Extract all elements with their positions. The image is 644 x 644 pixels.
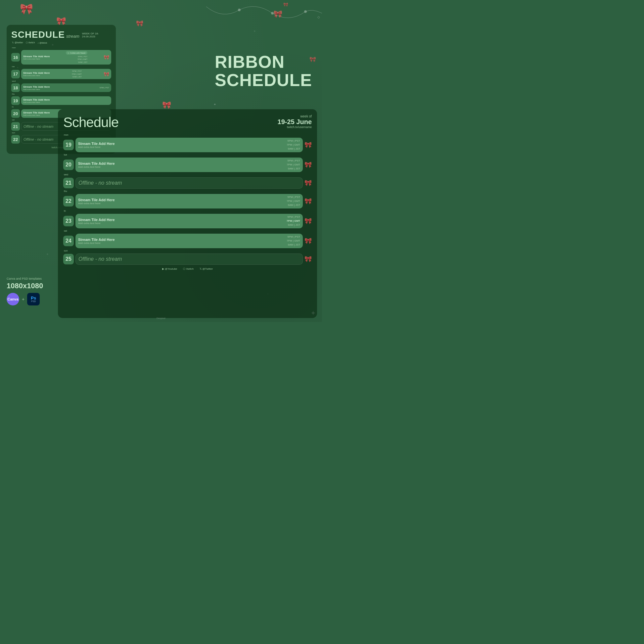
left-row-title-18: Stream Tile Add Here [23,85,50,88]
tool-badges: Canva + Ps PSD [7,293,60,305]
main-day-num-21: 21 [63,178,74,188]
left-row-info-18: Stream Tile Add Here Add extra text here [23,85,50,90]
main-schedule-panel: Schedule week of 19-25 June twitch.tv/us… [58,109,317,318]
main-row-content-23: Stream Tile Add Here Add extra text here… [75,214,303,228]
left-row-times-16: 5PM | PST7PM | GMT9AM | JST [77,55,88,64]
main-offline-21: Offline - no stream [78,180,122,186]
main-day-num-25: 25 [63,254,74,264]
social-twitch: ⬡ /twitch [26,41,35,44]
main-row-22: 22 Stream Tile Add Here Add extra text h… [63,194,312,208]
left-row-16: 16 Stream Tile Add Here Add extra text h… [11,50,111,65]
main-bow-23: 🎀 [304,217,312,225]
svg-point-1 [271,12,274,15]
sparkle-4: ✧ [46,253,49,256]
footer-twitch: ⬡ /twitch [183,267,194,270]
left-row-19: 19 Stream Tile Add Here Add extra text h… [11,96,111,105]
social-twitter: 𝕏 @twitter [12,41,23,44]
left-day-num-18: 18 [11,83,20,92]
main-row-sub-22: Add extra text here [78,202,115,205]
left-title-schedule: SCHEDULE [11,30,65,39]
left-day-num-19: 19 [11,96,20,105]
main-row-text-19: Stream Tile Add Here Add extra text here [78,142,115,149]
main-row-title-19: Stream Tile Add Here [78,142,115,146]
main-row-times-22: 5PM | PST7PM | GMT9AM | JST [287,195,300,207]
canva-psd-label: Canva and PSD templates [7,277,60,280]
left-row-title-16: Stream Tile Add Here [23,55,50,58]
left-week-label: WEEK OF 18-24.09.2023 [82,32,111,38]
main-day-num-23: 23 [63,216,74,226]
main-week-of-label: week of [278,115,312,118]
left-row-title-17: Stream Tile Add Here [23,71,50,74]
left-row-sub-19: Add extra text here [23,101,50,103]
left-offline-21: Offline - no stream [23,124,53,128]
main-row-content-20: Stream Tile Add Here Add extra text here… [75,158,303,172]
main-row-text-24: Stream Tile Add Here Add extra text here [78,238,115,245]
main-row-sub-23: Add extra text here [78,222,115,225]
collab-badge-16: ▷ Collab with Natali [66,51,87,55]
bottom-left-info: Canva and PSD templates 1080x1080 Canva … [7,277,60,305]
main-title-schedule: Schedule [63,115,118,130]
footer-twitter: 𝕏 @Twitter [200,267,213,270]
left-row-content-19: Stream Tile Add Here Add extra text here [21,96,111,105]
main-dates: 19-25 June [278,118,312,125]
sparkle-5: ✦ [213,103,216,106]
main-row-title-20: Stream Tile Add Here [78,161,115,165]
main-row-content-22: Stream Tile Add Here Add extra text here… [75,194,303,208]
main-row-text-23: Stream Tile Add Here Add extra text here [78,218,115,225]
left-panel-header: SCHEDULE stream WEEK OF 18-24.09.2023 [11,30,111,39]
left-day-label-fri: fri [12,106,111,108]
left-day-label-tue: tue [12,66,111,68]
main-day-label-wed: wed [64,173,312,176]
main-panel-footer: ▶ @Youtube ⬡ /twitch 𝕏 @Twitter [63,267,312,270]
ribbon-title-line1: RIBBON [215,53,312,71]
social-tiktok: ♪ @tiktok [38,41,47,44]
main-day-num-22: 22 [63,196,74,207]
svg-point-2 [304,10,307,13]
main-week-info: week of 19-25 June twitch.tv/username [278,115,312,129]
main-row-content-24: Stream Tile Add Here Add extra text here… [75,234,303,248]
main-row-sub-19: Add extra text here [78,146,115,149]
bow-row-16: 🎀 [104,55,109,60]
main-offline-25: Offline - no stream [78,256,122,262]
bow-top-center: 🎀 [56,17,66,26]
left-row-sub-20: Add extra text here [23,114,50,116]
left-day-label-mon: mon [12,47,111,49]
main-row-title-23: Stream Tile Add Here [78,218,115,222]
main-row-content-25-offline: Offline - no stream [75,253,303,265]
bow-main-title: 🎀 [162,101,171,110]
svg-point-0 [238,9,241,11]
main-row-19: 19 Stream Tile Add Here Add extra text h… [63,138,312,152]
main-day-label-thu: thu [64,190,312,192]
left-day-label-wed: wed [12,80,111,82]
main-row-times-23: 5PM | PST7PM | GMT9AM | JST [287,215,300,227]
left-row-info-17: Stream Tile Add Here Add extra text here [23,71,50,76]
main-row-text-20: Stream Tile Add Here Add extra text here [78,161,115,168]
left-row-sub-17: Add extra text here [23,74,50,76]
left-social-links: 𝕏 @twitter ⬡ /twitch ♪ @tiktok [12,41,111,44]
left-row-sub-18: Add extra text here [23,88,50,90]
main-bow-21: 🎀 [304,179,312,187]
main-bow-24: 🎀 [304,237,312,245]
left-row-info-20: Stream Tile Add Here Add extra text here [23,111,50,116]
left-day-num-21: 21 [11,122,20,131]
main-row-content-21-offline: Offline - no stream [75,177,303,189]
main-bow-25: 🎀 [304,255,312,263]
main-row-21: 21 Offline - no stream 🎀 [63,177,312,189]
ribbon-title-block: RIBBON SCHEDULE [215,53,312,89]
main-day-num-19: 19 [63,140,74,150]
left-row-times-17: 5PM | PST7PM | GMT9AM | JST [71,70,82,78]
main-schedule-rows: mon 19 Stream Tile Add Here Add extra te… [63,134,312,265]
main-row-sub-20: Add extra text here [78,165,115,168]
left-row-right-16: ▷ Collab with Natali 5PM | PST7PM | GMT9… [66,51,87,64]
main-row-times-24: 5PM | PST7PM | GMT9AM | JST [287,235,300,247]
main-day-num-20: 20 [63,160,74,170]
svg-text:🎀: 🎀 [283,2,288,7]
main-row-title-22: Stream Tile Add Here [78,198,115,202]
footer-youtube: ▶ @Youtube [162,267,177,270]
main-row-23: 23 Stream Tile Add Here Add extra text h… [63,214,312,228]
bow-top-left: 🎀 [20,3,33,15]
main-day-label-sun: sun [64,250,312,252]
psd-text: PSD [31,300,36,302]
main-row-24: 24 Stream Tile Add Here Add extra text h… [63,234,312,248]
left-row-title-20: Stream Tile Add Here [23,111,50,114]
